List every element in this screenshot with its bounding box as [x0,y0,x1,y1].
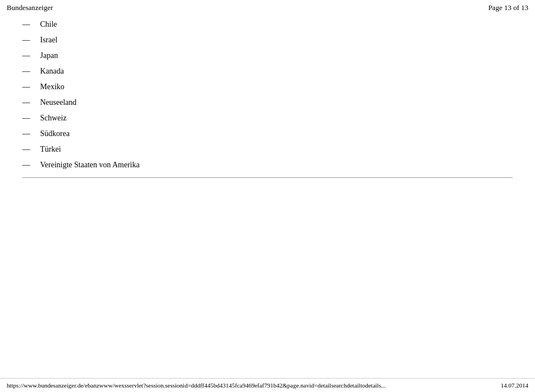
page-info: Page 13 of 13 [488,3,528,12]
country-name: Israel [40,36,57,45]
footer-url: https://www.bundesanzeiger.de/ebanzwww/w… [7,382,386,389]
list-dash: — [22,129,30,138]
country-name: Japan [40,51,58,60]
list-dash: — [22,67,30,76]
section-divider [22,177,513,178]
page-header: Bundesanzeiger Page 13 of 13 [0,0,535,14]
list-item: —Mexiko [22,79,513,95]
country-name: Neuseeland [40,98,76,107]
list-item: —Vereinigte Staaten von Amerika [22,157,513,173]
list-item: —Schweiz [22,110,513,126]
country-name: Südkorea [40,129,70,138]
list-dash: — [22,51,30,60]
list-item: —Neuseeland [22,95,513,110]
list-dash: — [22,36,30,45]
list-item: —Türkei [22,142,513,157]
country-name: Vereinigte Staaten von Amerika [40,161,139,170]
list-item: —Kanada [22,64,513,79]
app-title: Bundesanzeiger [7,3,53,12]
country-name: Schweiz [40,114,66,123]
list-item: —Chile [22,17,513,32]
list-dash: — [22,20,30,29]
list-dash: — [22,83,30,91]
country-list: —Chile—Israel—Japan—Kanada—Mexiko—Neusee… [22,17,513,173]
list-dash: — [22,145,30,154]
footer-date: 14.07.2014 [501,382,529,389]
country-name: Kanada [40,67,64,76]
list-item: —Israel [22,32,513,48]
list-item: —Südkorea [22,126,513,142]
country-name: Chile [40,20,57,29]
list-dash: — [22,161,30,170]
page-footer: https://www.bundesanzeiger.de/ebanzwww/w… [0,378,535,392]
list-dash: — [22,98,30,107]
list-item: —Japan [22,48,513,64]
country-name: Mexiko [40,83,65,91]
country-name: Türkei [40,145,61,154]
list-dash: — [22,114,30,123]
main-content: —Chile—Israel—Japan—Kanada—Mexiko—Neusee… [0,14,535,189]
